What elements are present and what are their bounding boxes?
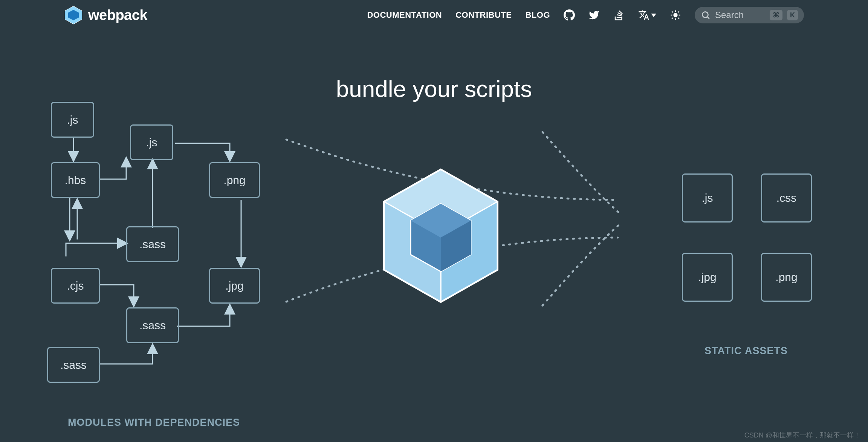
module-box-sass: .sass	[126, 307, 179, 343]
svg-line-10	[678, 11, 679, 12]
asset-box-jpg: .jpg	[682, 253, 733, 302]
asset-box-css: .css	[761, 173, 812, 223]
nav-blog[interactable]: BLOG	[525, 10, 550, 20]
webpack-cube-icon	[64, 6, 83, 25]
svg-point-2	[673, 13, 677, 17]
top-nav: DOCUMENTATION CONTRIBUTE BLOG Search ⌘	[367, 7, 804, 23]
language-switcher[interactable]	[638, 9, 656, 21]
kbd-cmd: ⌘	[770, 10, 782, 20]
bundling-diagram: .js .js .hbs .png .sass .cjs .jpg .sass …	[0, 94, 868, 426]
brand-name: webpack	[88, 7, 147, 23]
module-box-hbs: .hbs	[51, 162, 100, 198]
translate-icon	[638, 9, 649, 21]
svg-line-9	[672, 18, 673, 19]
brand-logo[interactable]: webpack	[64, 6, 147, 25]
module-box-cjs: .cjs	[51, 268, 100, 304]
modules-caption: MODULES WITH DEPENDENCIES	[68, 417, 240, 428]
svg-line-5	[672, 11, 673, 12]
module-box-js: .js	[130, 124, 173, 160]
chevron-down-icon	[651, 14, 656, 17]
module-box-png: .png	[209, 162, 260, 198]
module-box-sass: .sass	[126, 226, 179, 262]
module-box-js: .js	[51, 102, 94, 138]
site-header: webpack DOCUMENTATION CONTRIBUTE BLOG Se	[0, 0, 868, 30]
svg-line-12	[708, 17, 709, 19]
module-box-sass: .sass	[47, 347, 100, 383]
webpack-cube-icon	[377, 166, 505, 311]
github-icon[interactable]	[564, 9, 575, 21]
stackoverflow-icon[interactable]	[613, 9, 625, 21]
kbd-k: K	[787, 10, 798, 20]
asset-box-png: .png	[761, 253, 812, 302]
assets-caption: STATIC ASSETS	[704, 345, 788, 357]
twitter-icon[interactable]	[588, 9, 600, 21]
theme-toggle-icon[interactable]	[670, 9, 681, 21]
nav-documentation[interactable]: DOCUMENTATION	[367, 10, 442, 20]
search-button[interactable]: Search ⌘ K	[695, 7, 804, 23]
svg-line-6	[678, 18, 679, 19]
search-icon	[701, 10, 711, 20]
module-box-jpg: .jpg	[209, 268, 260, 304]
watermark-text: CSDN @和世界不一样，那就不一样！	[744, 431, 860, 440]
search-placeholder: Search	[715, 10, 765, 20]
svg-point-11	[702, 12, 708, 17]
nav-contribute[interactable]: CONTRIBUTE	[455, 10, 512, 20]
asset-box-js: .js	[682, 173, 733, 223]
